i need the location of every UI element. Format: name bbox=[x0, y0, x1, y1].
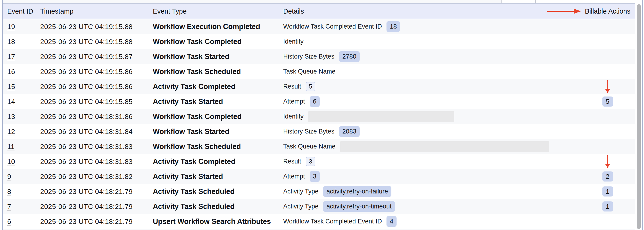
billable-actions-cell: 5 bbox=[589, 94, 626, 109]
table-row[interactable]: 12 2025-06-23 UTC 04:18:31.84 Workflow T… bbox=[3, 124, 635, 139]
event-id-link[interactable]: 14 bbox=[7, 98, 15, 106]
event-id-link[interactable]: 13 bbox=[7, 113, 15, 121]
column-header-event-type: Event Type bbox=[153, 7, 187, 15]
table-row[interactable]: 9 2025-06-23 UTC 04:18:31.82 Activity Ta… bbox=[3, 169, 635, 184]
event-id-link[interactable]: 7 bbox=[7, 203, 11, 210]
top-toolbar-divider bbox=[535, 0, 536, 3]
event-type-text: Workflow Task Completed bbox=[153, 112, 242, 121]
billable-count-badge: 5 bbox=[602, 96, 613, 107]
page-right-border bbox=[642, 0, 643, 230]
billable-count-badge: 1 bbox=[602, 201, 613, 212]
table-header: Event ID Timestamp Event Type Details Bi… bbox=[3, 3, 635, 19]
table-row[interactable]: 19 2025-06-23 UTC 04:19:15.88 Workflow E… bbox=[3, 19, 635, 34]
detail-value-badge: 4 bbox=[386, 216, 396, 226]
table-row[interactable]: 17 2025-06-23 UTC 04:19:15.87 Workflow T… bbox=[3, 49, 635, 64]
table-row[interactable]: 6 2025-06-23 UTC 04:18:21.79 Upsert Work… bbox=[3, 214, 635, 229]
event-id-link[interactable]: 15 bbox=[7, 83, 15, 91]
detail-value-badge: 3 bbox=[310, 171, 320, 181]
detail-label: Attempt bbox=[283, 173, 305, 180]
timestamp-text: 2025-06-23 UTC 04:18:31.83 bbox=[40, 143, 132, 151]
event-type-text: Activity Task Started bbox=[153, 172, 223, 181]
timestamp-text: 2025-06-23 UTC 04:19:15.86 bbox=[40, 83, 132, 91]
billable-actions-cell bbox=[589, 19, 626, 34]
timestamp-text: 2025-06-23 UTC 04:19:15.85 bbox=[40, 98, 132, 106]
timestamp-text: 2025-06-23 UTC 04:18:31.86 bbox=[40, 113, 132, 121]
event-id-link[interactable]: 16 bbox=[7, 68, 15, 76]
event-id-link[interactable]: 10 bbox=[7, 158, 15, 166]
detail-label: Identity bbox=[283, 38, 304, 45]
column-header-details: Details bbox=[283, 7, 304, 15]
top-toolbar-divider bbox=[502, 0, 502, 3]
detail-value-badge: activity.retry-on-timeout bbox=[323, 201, 395, 211]
detail-label: Activity Type bbox=[283, 203, 318, 210]
event-type-text: Workflow Task Started bbox=[153, 52, 229, 61]
column-header-event-id: Event ID bbox=[7, 7, 33, 15]
timestamp-text: 2025-06-23 UTC 04:18:31.82 bbox=[40, 173, 132, 181]
table-row[interactable]: 13 2025-06-23 UTC 04:18:31.86 Workflow T… bbox=[3, 109, 635, 124]
event-type-text: Workflow Task Scheduled bbox=[153, 142, 241, 151]
column-header-billable-actions: Billable Actions bbox=[585, 7, 630, 15]
event-id-link[interactable]: 18 bbox=[7, 38, 15, 46]
detail-label: Activity Type bbox=[283, 188, 318, 195]
detail-label: Task Queue Name bbox=[283, 68, 336, 75]
event-id-link[interactable]: 8 bbox=[7, 188, 11, 196]
detail-value-badge: 6 bbox=[310, 96, 320, 106]
billable-actions-cell bbox=[589, 139, 626, 154]
event-type-text: Activity Task Completed bbox=[153, 157, 235, 166]
timestamp-text: 2025-06-23 UTC 04:18:21.79 bbox=[40, 217, 132, 225]
timestamp-text: 2025-06-23 UTC 04:18:21.79 bbox=[40, 203, 132, 210]
timestamp-text: 2025-06-23 UTC 04:18:31.83 bbox=[40, 158, 132, 166]
redacted-value-box bbox=[340, 141, 549, 152]
detail-value-badge: 18 bbox=[386, 21, 400, 32]
detail-value-badge: 2083 bbox=[339, 126, 360, 137]
detail-label: History Size Bytes bbox=[283, 53, 334, 60]
event-type-text: Upsert Workflow Search Attributes bbox=[153, 217, 271, 226]
event-id-link[interactable]: 17 bbox=[7, 53, 15, 61]
table-row[interactable]: 18 2025-06-23 UTC 04:19:15.88 Workflow T… bbox=[3, 34, 635, 49]
detail-label: Result bbox=[283, 83, 301, 90]
detail-label: Identity bbox=[283, 113, 304, 120]
red-down-arrow-icon bbox=[604, 155, 610, 168]
billable-actions-cell bbox=[589, 34, 626, 49]
table-row[interactable]: 16 2025-06-23 UTC 04:19:15.86 Workflow T… bbox=[3, 64, 635, 79]
table-row[interactable]: 10 2025-06-23 UTC 04:18:31.83 Activity T… bbox=[3, 154, 635, 169]
event-id-link[interactable]: 19 bbox=[7, 23, 15, 31]
detail-label: Attempt bbox=[283, 98, 305, 105]
red-right-arrow-icon bbox=[546, 8, 582, 15]
timestamp-text: 2025-06-23 UTC 04:18:31.84 bbox=[40, 128, 132, 136]
top-toolbar-remnant bbox=[3, 0, 502, 3]
detail-label: History Size Bytes bbox=[283, 128, 334, 135]
event-id-link[interactable]: 6 bbox=[7, 217, 11, 225]
next-row-sliver bbox=[3, 229, 635, 230]
billable-actions-cell: 1 bbox=[589, 184, 626, 199]
billable-actions-cell: 1 bbox=[589, 199, 626, 214]
event-type-text: Activity Task Completed bbox=[153, 82, 235, 91]
billable-count-badge: 2 bbox=[602, 171, 613, 182]
event-type-text: Activity Task Scheduled bbox=[153, 202, 234, 211]
detail-value-badge: 2780 bbox=[339, 51, 360, 62]
timestamp-text: 2025-06-23 UTC 04:19:15.87 bbox=[40, 53, 132, 61]
table-row[interactable]: 8 2025-06-23 UTC 04:18:21.79 Activity Ta… bbox=[3, 184, 635, 199]
billable-actions-cell bbox=[589, 154, 626, 169]
timestamp-text: 2025-06-23 UTC 04:19:15.88 bbox=[40, 23, 132, 31]
billable-actions-cell bbox=[589, 79, 626, 94]
timestamp-text: 2025-06-23 UTC 04:18:21.79 bbox=[40, 188, 132, 196]
event-id-link[interactable]: 9 bbox=[7, 173, 11, 181]
detail-label: Result bbox=[283, 158, 301, 165]
scrollbar-thumb[interactable] bbox=[637, 4, 641, 229]
event-id-link[interactable]: 11 bbox=[7, 143, 14, 151]
table-row[interactable]: 14 2025-06-23 UTC 04:19:15.85 Activity T… bbox=[3, 94, 635, 109]
detail-value-badge: 5 bbox=[306, 82, 315, 91]
detail-value-badge: 3 bbox=[306, 157, 315, 166]
event-id-link[interactable]: 12 bbox=[7, 128, 15, 136]
billable-actions-cell bbox=[589, 214, 626, 229]
table-row[interactable]: 15 2025-06-23 UTC 04:19:15.86 Activity T… bbox=[3, 79, 635, 94]
event-type-text: Workflow Task Scheduled bbox=[153, 67, 241, 76]
table-row[interactable]: 7 2025-06-23 UTC 04:18:21.79 Activity Ta… bbox=[3, 199, 635, 214]
detail-label: Workflow Task Completed Event ID bbox=[283, 218, 382, 225]
table-row[interactable]: 11 2025-06-23 UTC 04:18:31.83 Workflow T… bbox=[3, 139, 635, 154]
timestamp-text: 2025-06-23 UTC 04:19:15.86 bbox=[40, 68, 132, 76]
billable-actions-cell bbox=[589, 109, 626, 124]
red-down-arrow-icon bbox=[604, 80, 610, 93]
detail-label: Task Queue Name bbox=[283, 143, 336, 150]
